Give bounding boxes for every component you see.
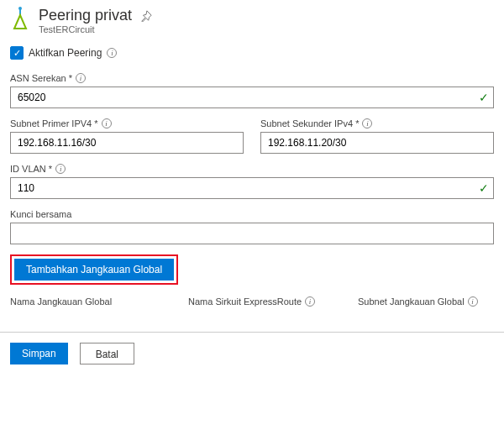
valid-check-icon: ✓ [479, 91, 489, 104]
svg-point-0 [18, 7, 22, 10]
add-global-reach-button[interactable]: Tambahkan Jangkauan Global [14, 259, 174, 281]
info-icon[interactable]: i [468, 296, 478, 307]
peering-icon [10, 7, 30, 30]
info-icon[interactable]: i [102, 118, 112, 128]
vlan-label: ID VLAN * [10, 164, 52, 174]
asn-input[interactable] [10, 87, 494, 108]
enable-peering-label: Aktifkan Peering [29, 47, 102, 59]
primary-subnet-label: Subnet Primer IPV4 * [10, 118, 98, 128]
primary-subnet-input[interactable] [10, 132, 244, 154]
col-circuit-name: Nama Sirkuit ExpressRoute [188, 296, 302, 307]
global-reach-columns: Nama Jangkauan Global Nama Sirkuit Expre… [10, 296, 494, 307]
info-icon[interactable]: i [362, 118, 372, 128]
sharedkey-label: Kunci bersama [10, 209, 71, 219]
cancel-button[interactable]: Batal [80, 343, 134, 364]
vlan-input[interactable] [10, 177, 494, 199]
secondary-subnet-label: Subnet Sekunder IPv4 * [260, 118, 359, 128]
enable-peering-checkbox[interactable]: ✓ [10, 46, 24, 60]
page-title: Peering privat [39, 7, 132, 24]
info-icon[interactable]: i [55, 164, 66, 174]
valid-check-icon: ✓ [479, 181, 489, 195]
col-global-subnet: Subnet Jangkauan Global [358, 296, 465, 307]
pin-icon[interactable] [140, 10, 152, 22]
sharedkey-input[interactable] [10, 223, 494, 244]
save-button[interactable]: Simpan [10, 343, 68, 364]
info-icon[interactable]: i [305, 296, 315, 307]
page-subtitle: TestERCircuit [39, 24, 152, 34]
col-global-name: Nama Jangkauan Global [10, 296, 170, 307]
asn-label: ASN Serekan * [10, 73, 72, 83]
page-header: Peering privat TestERCircuit [10, 7, 494, 34]
info-icon[interactable]: i [107, 48, 117, 58]
secondary-subnet-input[interactable] [260, 132, 494, 154]
info-icon[interactable]: i [76, 73, 86, 83]
divider [0, 332, 504, 333]
highlight-box: Tambahkan Jangkauan Global [10, 254, 178, 285]
